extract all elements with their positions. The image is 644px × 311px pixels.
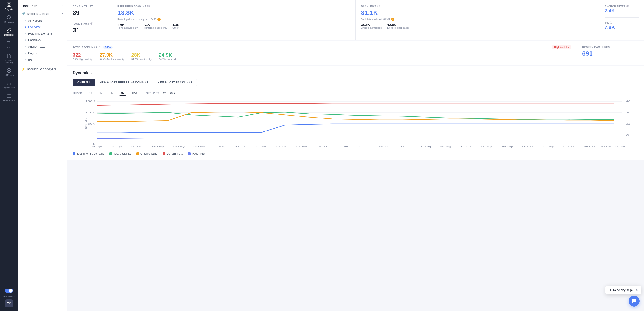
toxic-card: TOXIC BACKLINKS ⓘ BETA High toxicity 322… [67,41,577,65]
sidebar-item-content-marketing[interactable]: Content Marketing [0,51,18,66]
svg-text:15 Apr: 15 Apr [92,146,102,148]
tab-overall[interactable]: OVERALL [73,79,95,86]
broken-label: BROKEN BACKLINKS ⓘ [582,45,638,49]
referring-domains-label: REFERRING DOMAINS ⓘ [118,5,350,8]
nav-sub-overview[interactable]: Overview [18,24,67,30]
toxic-info-icon[interactable]: ⓘ [99,46,101,49]
nav-panel: Backlinks ‹ 🔗 Backlink Checker ∧ All Rep… [18,0,67,311]
backlinks-info-icon[interactable]: ⓘ [378,5,380,8]
svg-line-5 [10,19,11,19]
dynamics-section: Dynamics OVERALL NEW & LOST REFERRING DO… [67,66,644,160]
page-trust-info-icon[interactable]: ⓘ [90,22,93,25]
toxic-val-1: 27.9K 34.4% Medium toxicity [99,52,124,61]
svg-text:60K: 60K [88,122,96,125]
legend-dot-domain-trust [162,152,165,155]
sidebar: Projects Research Backlinks Audit Conten… [0,0,18,311]
toxic-values: 322 0.4% High toxicity 27.9K 34.4% Mediu… [73,52,571,61]
stats-top-row: DOMAIN TRUST ⓘ 39 PAGE TRUST ⓘ 31 REFERR… [67,0,644,40]
gap-icon: ⚡ [22,67,25,71]
svg-rect-3 [10,5,11,7]
toxic-val-0: 322 0.4% High toxicity [73,52,92,61]
chart-legend: Total referring domains Total backlinks … [73,152,638,155]
svg-text:23 Sep: 23 Sep [564,146,575,148]
chart-svg: 180K 120K 60K 0 40 36 32 28 DT, PT BACKL… [82,99,630,149]
period-12m[interactable]: 12M [130,91,138,95]
broken-value: 691 [582,50,638,57]
new-menu-toggle[interactable] [5,288,13,293]
chat-tooltip-text: Hi. Need any help? [608,288,634,292]
svg-text:05 Aug: 05 Aug [420,146,431,148]
analyzed-info-icon[interactable]: ! [158,18,160,21]
nav-sub-anchor-texts[interactable]: Anchor Texts [18,43,67,50]
nav-sub-ips[interactable]: IPs [18,56,67,63]
stats-bottom-row: TOXIC BACKLINKS ⓘ BETA High toxicity 322… [67,40,644,65]
chat-close-button[interactable]: ✕ [635,288,638,292]
period-row: PERIOD: 7D 1M 3M 6M 12M GROUP BY: WEEKS … [73,91,638,96]
domain-trust-info-icon[interactable]: ⓘ [94,5,96,8]
sidebar-item-agency-pack[interactable]: Agency Pack [0,91,18,104]
nav-sub-referring-domains[interactable]: Referring Domains [18,30,67,37]
nav-header: Backlinks ‹ [18,0,67,10]
svg-text:10 Jun: 10 Jun [256,146,266,148]
svg-text:17 Jun: 17 Jun [276,146,286,148]
legend-dot-backlinks [110,152,112,155]
backlinks-sub-2: 42.6K Links to other pages [387,23,410,29]
group-value[interactable]: WEEKS ▾ [163,92,175,95]
period-6m[interactable]: 6M [119,91,126,96]
nav-sub-pages[interactable]: Pages [18,50,67,56]
ips-info-icon[interactable]: ⓘ [610,21,612,25]
chevron-down-icon: ▾ [174,92,175,95]
chat-bubble-button[interactable] [629,296,640,306]
nav-collapse-button[interactable]: ‹ [62,4,64,8]
anchor-texts-info-icon[interactable]: ⓘ [626,5,629,8]
referring-domains-sub-1: 4.6K To homepage only [118,23,138,29]
period-7d[interactable]: 7D [86,91,94,95]
legend-organic-traffic[interactable]: Organic traffic [136,152,157,155]
svg-text:29 Apr: 29 Apr [132,146,142,148]
nav-item-backlink-gap-analyzer[interactable]: ⚡ Backlink Gap Analyzer [18,66,67,73]
domain-trust-label: DOMAIN TRUST ⓘ [73,5,106,8]
user-avatar[interactable]: YK [5,299,13,307]
legend-domain-trust[interactable]: Domain Trust [162,152,182,155]
new-menu-label: New Menu UI [3,295,15,297]
nav-sub-backlinks[interactable]: Backlinks [18,37,67,43]
toxic-sub-high: 0.4% High toxicity [73,58,92,61]
nav-item-backlink-checker[interactable]: 🔗 Backlink Checker ∧ [18,10,67,17]
dynamics-title: Dynamics [73,71,638,75]
referring-domains-card: REFERRING DOMAINS ⓘ 13.8K Referring doma… [112,0,356,40]
referring-domains-info-icon[interactable]: ⓘ [147,5,150,8]
tab-new-lost-referring[interactable]: NEW & LOST REFERRING DOMAINS [95,79,153,86]
domain-trust-value: 39 [73,9,106,16]
legend-dot-organic [136,152,139,155]
main-content: DOMAIN TRUST ⓘ 39 PAGE TRUST ⓘ 31 REFERR… [67,0,644,311]
period-3m[interactable]: 3M [108,91,116,95]
svg-rect-1 [10,3,11,4]
broken-card: BROKEN BACKLINKS ⓘ 691 [577,41,644,65]
legend-page-trust[interactable]: Page Trust [188,152,205,155]
toxic-num-low: 28K [131,52,152,58]
ips-value: 7.8K [604,25,638,30]
chart-container: 180K 120K 60K 0 40 36 32 28 DT, PT BACKL… [82,99,630,149]
svg-point-6 [8,70,10,71]
legend-backlinks[interactable]: Total backlinks [110,152,131,155]
svg-text:22 Apr: 22 Apr [112,146,122,148]
svg-text:26 Aug: 26 Aug [481,146,492,148]
sidebar-item-backlinks[interactable]: Backlinks [0,26,18,38]
nav-sub-all-reports[interactable]: All Reports [18,17,67,24]
tab-new-lost-backlinks[interactable]: NEW & LOST BACKLINKS [153,79,197,86]
sidebar-item-audit[interactable]: Audit [0,38,18,51]
dot-icon [25,27,26,28]
backlinks-value: 81.1K [361,9,594,16]
sidebar-item-research[interactable]: Research [0,13,18,26]
dot-icon [25,46,26,47]
broken-info-icon[interactable]: ⓘ [611,45,614,49]
sidebar-item-local-marketing[interactable]: Local Marketing [0,66,18,79]
svg-text:27 May: 27 May [214,146,225,148]
period-1m[interactable]: 1M [97,91,104,95]
sidebar-item-projects[interactable]: Projects [0,0,18,13]
sidebar-item-report-builder[interactable]: Report Builder [0,79,18,91]
backlinks-analyzed-icon[interactable]: ! [391,18,394,21]
legend-referring-domains[interactable]: Total referring domains [73,152,104,155]
svg-text:02 Sep: 02 Sep [502,146,513,148]
high-toxicity-badge: High toxicity [552,45,571,49]
